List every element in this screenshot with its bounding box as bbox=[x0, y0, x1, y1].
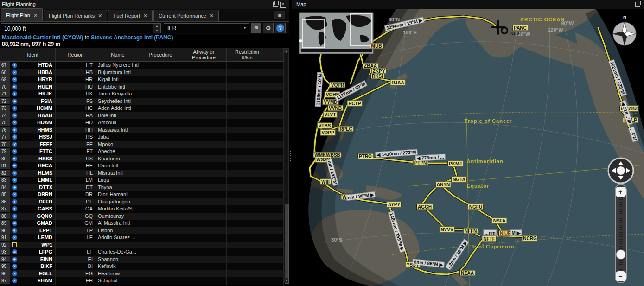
cell-num[interactable]: 93 bbox=[0, 248, 10, 256]
zoom-slider-thumb[interactable] bbox=[616, 250, 625, 259]
map-pan-control[interactable] bbox=[608, 158, 633, 183]
altitude-increase-button[interactable]: ▲ bbox=[153, 24, 160, 28]
tab-list-button[interactable]: ≡ bbox=[274, 11, 285, 19]
table-row[interactable]: 93✈LFPGLFCharles-De-Ga... bbox=[0, 248, 284, 256]
close-window-icon[interactable]: × bbox=[280, 2, 286, 8]
altitude-decrease-button[interactable]: ▼ bbox=[153, 28, 160, 33]
cell-num[interactable]: 77 bbox=[0, 133, 10, 141]
cell-num[interactable]: 73 bbox=[0, 105, 10, 112]
map-globe[interactable]: N + − bbox=[292, 9, 644, 286]
cell-num[interactable]: 96 bbox=[0, 270, 10, 278]
cell-num[interactable]: 89 bbox=[0, 220, 10, 227]
cell-num[interactable]: 70 bbox=[0, 83, 10, 91]
cell-num[interactable]: 95 bbox=[0, 263, 10, 270]
table-row[interactable]: 68✈HBBAHBBujumbura Intl bbox=[0, 69, 284, 76]
table-row[interactable]: 92WP1 bbox=[0, 242, 284, 249]
help-button[interactable]: ? bbox=[275, 23, 286, 33]
map-zoom-control[interactable]: + − bbox=[615, 184, 626, 283]
table-row[interactable]: 83✈LMMLLMLuqa bbox=[0, 177, 284, 184]
cell-num[interactable]: 92 bbox=[0, 242, 10, 249]
cell-num[interactable]: 84 bbox=[0, 184, 10, 191]
table-row[interactable]: 89✈GMADGMAl Massira Intl bbox=[0, 220, 284, 227]
table-row[interactable]: 97✈EHAMEHSchiphol bbox=[0, 277, 284, 285]
cell-num[interactable]: 88 bbox=[0, 213, 10, 220]
table-row[interactable]: 81✈HECAHECairo Intl bbox=[0, 162, 284, 170]
cell-num[interactable]: 94 bbox=[0, 256, 10, 263]
table-row[interactable]: 78✈FEFFFEMpoko bbox=[0, 141, 284, 148]
tab-flight-plan-remarks[interactable]: Flight Plan Remarks✕ bbox=[44, 10, 107, 21]
cell-num[interactable]: 71 bbox=[0, 90, 10, 98]
cell-num[interactable]: 81 bbox=[0, 162, 10, 170]
cell-num[interactable]: 75 bbox=[0, 119, 10, 127]
overview-inset-map[interactable] bbox=[299, 13, 373, 54]
float-window-icon[interactable] bbox=[273, 2, 278, 7]
cell-num[interactable]: 97 bbox=[0, 277, 10, 285]
cell-num[interactable]: 87 bbox=[0, 205, 10, 213]
cell-num[interactable]: 69 bbox=[0, 76, 10, 83]
cell-num[interactable]: 91 bbox=[0, 234, 10, 242]
table-row[interactable]: 76✈HHMSHHMassawa Intl bbox=[0, 127, 284, 134]
tab-close-icon[interactable]: ✕ bbox=[143, 13, 147, 18]
table-row[interactable]: 87✈GABSGAModibo Keita/S... bbox=[0, 205, 284, 213]
table-row[interactable]: 96✈EGLLEGHeathrow bbox=[0, 270, 284, 278]
table-row[interactable]: 67✈HTDAHTJulius Nyerere Intl bbox=[0, 62, 284, 69]
tab-close-icon[interactable]: ✕ bbox=[98, 13, 102, 18]
tab-flight-plan[interactable]: Flight Plan✕ bbox=[1, 8, 43, 21]
table-row[interactable]: 91✈LEMDLEAdolfo Suarez ... bbox=[0, 234, 284, 242]
table-row[interactable]: 75✈HDAMHDAmbouli bbox=[0, 119, 284, 127]
cell-num[interactable]: 72 bbox=[0, 98, 10, 105]
dock-splitter[interactable] bbox=[289, 0, 292, 286]
table-scrollbar[interactable]: ▲ ▼ bbox=[284, 48, 289, 283]
cell-num[interactable]: 85 bbox=[0, 191, 10, 198]
cell-num[interactable]: 67 bbox=[0, 62, 10, 69]
scroll-up-icon[interactable]: ▲ bbox=[284, 49, 288, 53]
table-row[interactable]: 69✈HRYRHRKigali Intl bbox=[0, 76, 284, 83]
scrollbar-thumb[interactable] bbox=[285, 204, 289, 284]
tab-close-icon[interactable]: ✕ bbox=[210, 13, 214, 18]
cell-num[interactable]: 83 bbox=[0, 177, 10, 184]
airport-windsock-button[interactable]: ⚑ bbox=[251, 23, 261, 33]
cell-num[interactable]: 80 bbox=[0, 155, 10, 163]
cell-num[interactable]: 86 bbox=[0, 198, 10, 206]
table-row[interactable]: 90✈LPPTLPLisbon bbox=[0, 227, 284, 235]
cell-num[interactable]: 68 bbox=[0, 69, 10, 76]
col-ident[interactable]: Ident bbox=[10, 48, 56, 61]
table-row[interactable]: 71✈HKJKHKJomo Kenyatta ... bbox=[0, 90, 284, 98]
col-name[interactable]: Name bbox=[96, 48, 140, 61]
cell-num[interactable]: 76 bbox=[0, 127, 10, 134]
table-row[interactable]: 80✈HSSSHSKhartoum bbox=[0, 155, 284, 163]
cell-num[interactable]: 79 bbox=[0, 148, 10, 155]
scroll-down-icon[interactable]: ▼ bbox=[284, 278, 288, 283]
table-row[interactable]: 79✈FTTCFTAbeche bbox=[0, 148, 284, 155]
table-row[interactable]: 73✈HCMMHCAden Adde Intl bbox=[0, 105, 284, 112]
table-row[interactable]: 95✈BIKFBIKeflavik bbox=[0, 263, 284, 270]
table-row[interactable]: 86✈DFFDDFOuagadougou bbox=[0, 198, 284, 206]
table-row[interactable]: 94✈EINNEIShannon bbox=[0, 256, 284, 263]
map-canvas[interactable]: N + − MUBZBAAZKPYRKSIRJAA bbox=[292, 9, 644, 286]
table-row[interactable]: 74✈HAABHABole Intl bbox=[0, 112, 284, 120]
plan-settings-button[interactable]: ⚙ bbox=[263, 23, 274, 33]
col-region[interactable]: Region bbox=[56, 48, 96, 61]
col-restriction[interactable]: Restriction ft/kts bbox=[227, 48, 268, 61]
pan-center-button[interactable] bbox=[617, 166, 625, 175]
table-row[interactable]: 70✈HUENHUEntebbe Intl bbox=[0, 83, 284, 91]
table-row[interactable]: 82✈HLMSHLMisrata Intl bbox=[0, 170, 284, 177]
table-row[interactable]: 85✈DRRNDRDiori Hamani bbox=[0, 191, 284, 198]
col-procedure[interactable]: Procedure bbox=[140, 48, 181, 61]
map-float-window-icon[interactable] bbox=[635, 2, 640, 7]
tab-current-performance[interactable]: Current Performance✕ bbox=[153, 10, 219, 21]
cruise-altitude-spinbox[interactable]: ▲ ▼ bbox=[1, 23, 161, 33]
table-row[interactable]: 77✈HSSJHSJuba bbox=[0, 133, 284, 141]
flight-rules-combobox[interactable]: IFR ▼ bbox=[164, 23, 249, 33]
departure-airport-link[interactable]: Macdonald-Cartier Intl (CYOW) bbox=[2, 34, 83, 41]
tab-fuel-report[interactable]: Fuel Report✕ bbox=[108, 10, 153, 21]
table-row[interactable]: 84✈DTTXDTThyna bbox=[0, 184, 284, 191]
tab-close-icon[interactable]: ✕ bbox=[33, 13, 38, 18]
cell-num[interactable]: 78 bbox=[0, 141, 10, 148]
cell-num[interactable]: 82 bbox=[0, 170, 10, 177]
destination-airport-link[interactable]: Stevens Anchorage Intl (PANC) bbox=[91, 34, 173, 41]
cell-num[interactable]: 74 bbox=[0, 112, 10, 120]
table-row[interactable]: 88✈GQNOGQOumtounsy bbox=[0, 213, 284, 220]
cruise-altitude-input[interactable] bbox=[1, 24, 156, 34]
col-airway[interactable]: Airway or Procedure bbox=[181, 48, 227, 61]
